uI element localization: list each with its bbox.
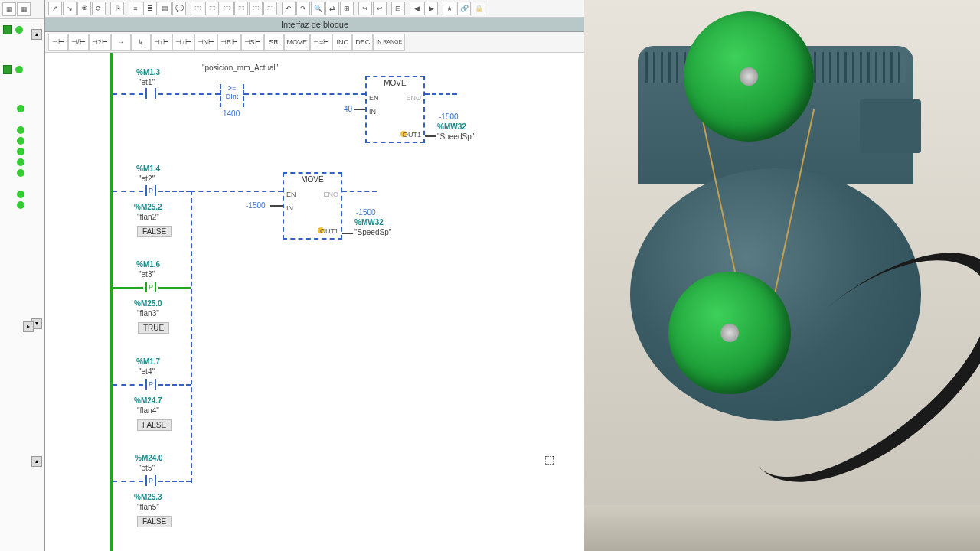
tag-name: "flan4" xyxy=(137,406,159,415)
tb-xref[interactable]: ⊞ xyxy=(340,2,354,15)
table-surface xyxy=(584,505,980,551)
wire xyxy=(158,93,220,95)
tb-snapshot[interactable]: ⟳ xyxy=(92,2,106,15)
tb-net3[interactable]: ⬚ xyxy=(220,2,234,15)
tb-nav1[interactable]: ◀ xyxy=(410,2,423,15)
contact-et2[interactable]: P xyxy=(143,185,158,196)
status-dot xyxy=(15,66,23,73)
block-interface-header[interactable]: Interfaz de bloque xyxy=(45,18,584,32)
instr-nc-contact[interactable]: ⊣/⊢ xyxy=(68,34,89,51)
tb-copy[interactable]: ⎘ xyxy=(110,2,124,15)
tree-item[interactable] xyxy=(0,135,44,146)
scroll-up-2[interactable]: ▴ xyxy=(31,456,42,467)
tb-list2[interactable]: ≣ xyxy=(143,2,157,15)
tag-address: %M25.2 xyxy=(134,203,162,211)
instr-not[interactable]: ⊣N⊢ xyxy=(194,34,218,51)
scroll-up[interactable]: ▴ xyxy=(31,29,42,40)
contact-et5[interactable]: P xyxy=(143,475,158,486)
tree-btn-2[interactable]: ▦ xyxy=(17,2,31,16)
tree-item[interactable] xyxy=(0,189,44,200)
tb-find[interactable]: 🔍 xyxy=(311,2,325,15)
tag-address: %M25.0 xyxy=(134,299,162,308)
tree-item[interactable] xyxy=(0,146,44,157)
tb-call2[interactable]: ↩ xyxy=(373,2,387,15)
wire-active xyxy=(158,287,191,289)
status-dot xyxy=(17,137,24,145)
status-dot xyxy=(17,158,24,166)
cmp-type: DInt xyxy=(221,93,243,101)
tb-net5[interactable]: ⬚ xyxy=(249,2,263,15)
tb-struct[interactable]: ⊟ xyxy=(391,2,405,15)
tb-go-offline[interactable]: ↘ xyxy=(63,2,77,15)
pin-eno: ENO xyxy=(323,191,338,198)
tb-net4[interactable]: ⬚ xyxy=(234,2,248,15)
tb-list1[interactable]: ≡ xyxy=(129,2,142,15)
instr-dec[interactable]: DEC xyxy=(352,34,373,51)
instr-cmp[interactable]: ⊣=⊢ xyxy=(310,34,332,51)
wire xyxy=(354,109,365,110)
wire xyxy=(113,191,143,192)
move-block-1[interactable]: MOVE EN ENO IN OUT1 xyxy=(365,76,425,143)
tree-item[interactable] xyxy=(0,200,44,210)
bool-value: FALSE xyxy=(137,226,172,237)
instr-branch-close[interactable]: ↳ xyxy=(131,34,151,51)
tb-nav2[interactable]: ▶ xyxy=(424,2,438,15)
instr-inc[interactable]: INC xyxy=(332,34,352,51)
wire xyxy=(158,384,191,386)
tag-address: %M1.4 xyxy=(136,165,160,173)
instr-reset[interactable]: ⊣R⊢ xyxy=(217,34,241,51)
move-title: MOVE xyxy=(367,77,423,89)
compare-block[interactable]: >= DInt xyxy=(220,84,244,107)
ladder-canvas[interactable]: %M1.3 "et1" "posicion_mm_Actual" >= DInt… xyxy=(45,53,584,551)
instr-branch[interactable]: → xyxy=(111,34,131,51)
wire xyxy=(425,135,436,137)
pin-en: EN xyxy=(369,94,379,102)
pin-out: OUT1 xyxy=(403,131,421,139)
tb-fav[interactable]: ★ xyxy=(443,2,456,15)
instr-inrange[interactable]: IN RANGE xyxy=(373,34,405,51)
tb-list3[interactable]: ▤ xyxy=(158,2,172,15)
tree-item[interactable] xyxy=(0,103,44,114)
contact-et4[interactable]: P xyxy=(143,379,158,390)
wire xyxy=(191,191,283,192)
tb-monitor[interactable]: 👁 xyxy=(77,2,91,15)
wire xyxy=(244,93,365,95)
instr-set[interactable]: ⊣S⊢ xyxy=(241,34,264,51)
instr-sr[interactable]: SR xyxy=(264,34,284,51)
status-dot xyxy=(17,169,24,177)
move-block-2[interactable]: MOVE EN ENO IN OUT1 xyxy=(283,172,342,240)
tree-btn-1[interactable]: ▦ xyxy=(2,2,16,16)
contact-et3[interactable]: P xyxy=(143,282,158,292)
tb-call1[interactable]: ↪ xyxy=(358,2,372,15)
tree-item[interactable] xyxy=(0,168,44,178)
tb-go-online[interactable]: ↗ xyxy=(48,2,62,15)
tree-item[interactable] xyxy=(0,64,44,76)
tb-replace[interactable]: ⇄ xyxy=(325,2,339,15)
tb-link[interactable]: 🔗 xyxy=(457,2,471,15)
instr-p-edge[interactable]: ⊣↑⊢ xyxy=(151,34,173,51)
move-title: MOVE xyxy=(284,174,341,185)
instr-n-edge[interactable]: ⊣↓⊢ xyxy=(172,34,194,51)
tb-net1[interactable]: ⬚ xyxy=(191,2,204,15)
wire xyxy=(113,481,143,482)
wire xyxy=(270,205,283,207)
tree-item[interactable] xyxy=(0,157,44,168)
tag-address: %M1.7 xyxy=(136,357,160,366)
tb-undo[interactable]: ↶ xyxy=(282,2,296,15)
wire-active xyxy=(113,287,143,289)
tb-net6[interactable]: ⬚ xyxy=(263,2,277,15)
tb-lock[interactable]: 🔒 xyxy=(472,2,485,15)
ladder-editor: ↗ ↘ 👁 ⟳ ⎘ ≡ ≣ ▤ 💬 ⬚ ⬚ ⬚ ⬚ ⬚ ⬚ ↶ ↷ 🔍 ⇄ ⊞ … xyxy=(44,0,584,551)
tb-comment[interactable]: 💬 xyxy=(172,2,186,15)
cmp-op: >= xyxy=(221,84,243,93)
instr-move[interactable]: MOVE xyxy=(284,34,311,51)
instr-generic[interactable]: ⊣?⊢ xyxy=(89,34,111,51)
tb-net2[interactable]: ⬚ xyxy=(205,2,219,15)
tb-redo[interactable]: ↷ xyxy=(296,2,310,15)
instr-no-contact[interactable]: ⊣⊢ xyxy=(48,34,68,51)
junction-box xyxy=(860,99,921,153)
contact-et1[interactable] xyxy=(143,88,158,99)
expand-arrow[interactable]: ▸ xyxy=(23,321,34,332)
tree-item[interactable] xyxy=(0,125,44,135)
instruction-toolbar: ⊣⊢ ⊣/⊢ ⊣?⊢ → ↳ ⊣↑⊢ ⊣↓⊢ ⊣N⊢ ⊣R⊢ ⊣S⊢ SR MO… xyxy=(45,32,584,53)
